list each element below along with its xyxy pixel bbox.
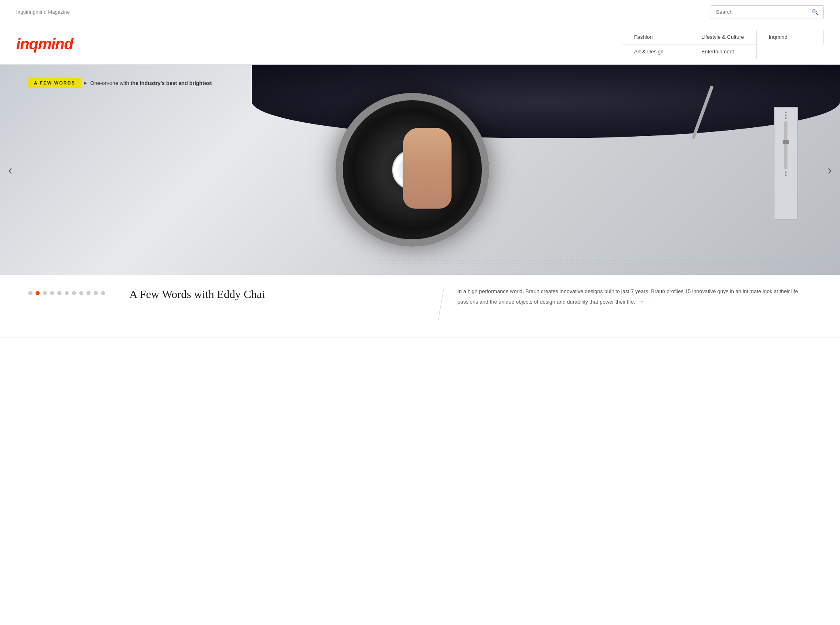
right-dots-bottom [785,171,787,176]
nav-link-entertainment[interactable]: Entertainment [689,44,757,59]
slide-indicators [28,287,105,295]
indicator-dot[interactable] [28,291,32,295]
top-bar: Inquiringmind Magazine 🔍 [0,0,840,24]
badge-subtitle: One-on-one with the industry's best and … [90,80,212,86]
indicator-dot[interactable] [94,291,98,295]
badge-label: A FEW WORDS [28,78,81,88]
logo[interactable]: inqmind [16,36,73,53]
badge-arrow-icon: ► [83,80,88,85]
next-arrow[interactable]: › [823,159,836,180]
nav-placeholder [757,44,824,59]
slider-thumb [783,140,789,144]
article-description: In a high performance world, Braun creat… [457,287,812,307]
nav-link-lifestyle[interactable]: Lifestyle & Culture [689,30,757,44]
nav-link-fashion[interactable]: Fashion [622,30,690,44]
right-dots [785,112,787,119]
dot [785,112,787,113]
slide-image: CAUTION [0,65,840,275]
dots-overlay [378,259,840,275]
search-icon: 🔍 [812,9,819,15]
shirt-overlay [252,65,840,138]
indicator-dot[interactable] [87,291,91,295]
indicator-dot[interactable] [79,291,83,295]
nav-link-inqmind[interactable]: Inqmind [757,30,824,44]
indicator-dot[interactable] [57,291,61,295]
right-panel [774,107,798,220]
article-title: A Few Words with Eddy Chai [129,287,424,302]
divider [438,289,444,321]
search-bar[interactable]: 🔍 [711,5,824,19]
prev-arrow[interactable]: ‹ [4,159,17,180]
category-badge: A FEW WORDS ► One-on-one with the indust… [28,78,212,88]
dot [785,171,787,173]
indicator-dot[interactable] [43,291,47,295]
slider-track [784,121,787,169]
search-button[interactable]: 🔍 [807,6,823,19]
nav-bar: inqmind Fashion Lifestyle & Culture Inqm… [0,24,840,65]
indicator-dot[interactable] [101,291,105,295]
indicator-dot[interactable] [65,291,69,295]
indicator-dot[interactable] [72,291,76,295]
below-slide: A Few Words with Eddy Chai In a high per… [0,275,840,338]
search-input[interactable] [711,6,807,18]
slide-title-area: A Few Words with Eddy Chai [121,287,424,302]
indicator-dot-active[interactable] [36,291,40,295]
description-text: In a high performance world, Braun creat… [457,288,798,305]
dot [785,117,787,119]
nav-link-art[interactable]: Art & Design [622,44,690,59]
site-title: Inquiringmind Magazine [16,9,70,15]
nav-links: Fashion Lifestyle & Culture Inqmind Art … [622,30,824,59]
dot [785,114,787,116]
dot [785,174,787,176]
slide-bg: CAUTION [0,65,840,275]
read-more-arrow[interactable]: → [638,298,645,305]
indicator-dot[interactable] [50,291,54,295]
hand-overlay [403,128,452,209]
slideshow: CAUTION [0,65,840,338]
